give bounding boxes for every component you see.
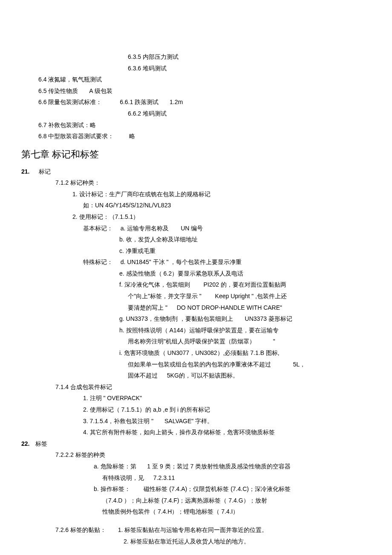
text: 2. 标签应贴在靠近托运人及收货人地址的地方。: [124, 538, 250, 545]
text: UN 编号: [181, 225, 203, 232]
text: Keep Upright " ,包装件上还: [215, 293, 287, 299]
text: 略: [129, 133, 135, 139]
text: c. 净重或毛重: [119, 247, 156, 254]
text: UN3373 菱形标记: [245, 315, 292, 322]
text: 固体不超过: [128, 372, 158, 379]
text: 特殊标记：: [83, 259, 113, 265]
text-line: 固体不超过 5KG的，可以不贴该图标。: [38, 370, 354, 381]
text: 6.3.6 堆码测试: [128, 65, 167, 72]
section-number: 22.: [21, 440, 29, 447]
text: PI202 的，要在对面位置黏贴两: [203, 281, 286, 288]
text: a. 危险标签：第: [94, 463, 136, 470]
text: 7.2.2.2 标签的种类: [55, 451, 105, 458]
text: 用名称旁注明"机组人员呼吸保护装置（防烟罩）: [128, 338, 255, 345]
text: d. UN1845" 干冰 " ，每个包装件上要显示净重: [121, 259, 242, 265]
text: 1. 标签应黏贴在与运输专用名称在同一面并靠近的位置。: [118, 526, 268, 533]
text-line: 特殊标记： d. UN1845" 干冰 " ，每个包装件上要显示净重: [38, 256, 354, 268]
text-line: 6.3.5 内部压力测试: [38, 51, 354, 63]
text: 要清楚的写上 ": [128, 304, 167, 311]
text: 性物质例外包装件（ 7.4.H）；锂电池标签（ 7.4.I）: [102, 508, 239, 515]
text: h. 按照特殊说明（ A144）运输呼吸保护装置是，要在运输专: [119, 327, 279, 334]
text: （7.4.D ）；向上标签 (7.4.F)；远离热源标签（ 7.4.G）；放射: [102, 497, 267, 504]
text: 4. 其它所有附件标签，如向上箭头，操作及存储标签，危害环境物质标签: [83, 429, 275, 436]
text: 7.2.3.11: [153, 474, 175, 481]
text-line: 7.2.6 标签的黏贴： 1. 标签应黏贴在与运输专用名称在同一面并靠近的位置。: [38, 524, 354, 536]
text-line: c. 净重或毛重: [38, 245, 354, 257]
text-line: 2. 使用标记：（7.1.5.1）: [38, 211, 354, 223]
text-line: 6.7 补救包装测试：略: [38, 119, 354, 131]
text: 7.2.6 标签的黏贴：: [55, 526, 106, 533]
section-title: 标记: [39, 168, 51, 175]
text-line: g. UN3373，生物制剂 ，要黏贴包装细则上 UN3373 菱形标记: [38, 313, 354, 325]
text: i. 危害环境物质（ UN3077，UN3082）,必须黏贴 7.1.B 图标,: [119, 349, 280, 356]
chapter-heading: 第七章 标记和标签: [21, 145, 354, 163]
text: 6.5 传染性物质: [38, 87, 78, 94]
text-line: 6.4 液氮罐，氧气瓶测试: [38, 74, 354, 85]
text: 7.1.2 标记种类：: [55, 179, 100, 186]
text: 6.7 补救包装测试：略: [38, 122, 96, 128]
text-line: b. 操作标签： 磁性标签 (7.4.A)；仅限货机标签 (7.4.C)；深冷液…: [38, 483, 354, 495]
text-line: f. 深冷液化气体，包装细则 PI202 的，要在对面位置黏贴两: [38, 279, 354, 291]
text-line: 有特殊说明，见 7.2.3.11: [38, 472, 354, 484]
text: 但如果单一包装或组合包装的内包装的净重液体不超过: [128, 361, 271, 368]
section-number: 21.: [21, 168, 29, 175]
text-line: 但如果单一包装或组合包装的内包装的净重液体不超过 5L，: [38, 359, 354, 370]
text: 1 至 9 类；装过 7 类放射性物质及感染性物质的空容器: [147, 463, 291, 470]
text-line: 个"向上"标签，并文字显示 " Keep Upright " ,包装件上还: [38, 291, 354, 302]
text-line: 2. 标签应贴在靠近托运人及收货人地址的地方。: [38, 536, 354, 547]
text-line: 如：UN 4G/Y145/S/12/NL/VL823: [38, 200, 354, 211]
document-page: 6.3.5 内部压力测试 6.3.6 堆码测试 6.4 液氮罐，氧气瓶测试 6.…: [0, 0, 392, 555]
text-line: 6.5 传染性物质 A 级包装: [38, 85, 354, 97]
section-title: 标签: [35, 440, 47, 447]
text-line: 要清楚的写上 " DO NOT DROP-HANDLE WITH CARE": [38, 302, 354, 314]
text-line: 1. 设计标记：生产厂商印在或铣在包装上的规格标记: [38, 189, 354, 200]
text: b. 收，发货人全称及详细地址: [119, 236, 198, 243]
text: A 级包装: [89, 87, 112, 94]
heading-text: 第七章 标记和标签: [21, 149, 99, 160]
text-line: e. 感染性物质（ 6.2）要显示紧急联系人及电话: [38, 268, 354, 279]
text-line: 6.8 中型散装容器测试要求： 略: [38, 131, 354, 142]
text: 7.1.4 合成包装件标记: [55, 384, 112, 390]
text: 6.4 液氮罐，氧气瓶测试: [38, 76, 102, 83]
text: 有特殊说明，见: [102, 474, 144, 481]
text: 6.8 中型散装容器测试要求：: [38, 133, 114, 139]
text: 1. 注明 " OVERPACK": [83, 395, 142, 401]
text-line: （7.4.D ）；向上标签 (7.4.F)；远离热源标签（ 7.4.G）；放射: [38, 495, 354, 506]
text: SALVAGE" 字样。: [164, 418, 213, 424]
text-line: b. 收，发货人全称及详细地址: [38, 234, 354, 245]
text: 6.6 限量包装测试标准：: [38, 99, 102, 105]
text-line: 用名称旁注明"机组人员呼吸保护装置（防烟罩） ": [38, 336, 354, 347]
text: 6.6.1 跌落测试: [120, 99, 159, 105]
text-line: 性物质例外包装件（ 7.4.H）；锂电池标签（ 7.4.I）: [38, 506, 354, 517]
text: 2. 使用标记：（7.1.5.1）: [72, 213, 139, 220]
text: 1.2m: [170, 99, 183, 105]
text-line: a. 危险标签：第 1 至 9 类；装过 7 类放射性物质及感染性物质的空容器: [38, 461, 354, 472]
text-line: 4. 其它所有附件标签，如向上箭头，操作及存储标签，危害环境物质标签: [38, 427, 354, 438]
text: 基本标记：: [83, 225, 113, 232]
text-line: 6.6 限量包装测试标准： 6.6.1 跌落测试 1.2m: [38, 96, 354, 108]
text: b. 操作标签：: [94, 485, 130, 492]
text: 6.6.2 堆码测试: [128, 110, 167, 117]
text: ": [273, 338, 275, 345]
text: 如：UN 4G/Y145/S/12/NL/VL823: [83, 202, 171, 209]
text: 磁性标签 (7.4.A)；仅限货机标签 (7.4.C)；深冷液化标签: [144, 485, 291, 492]
text: 2. 使用标记（ 7.1.5.1）的 a,b ,e 到 i 的所有标记: [83, 406, 210, 413]
text: 5L，: [293, 361, 306, 368]
text-line: 6.3.6 堆码测试: [38, 63, 354, 74]
text-line: i. 危害环境物质（ UN3077，UN3082）,必须黏贴 7.1.B 图标,: [38, 347, 354, 359]
text-line: h. 按照特殊说明（ A144）运输呼吸保护装置是，要在运输专: [38, 325, 354, 336]
text-line: 3. 7.1.5.4，补救包装注明 " SALVAGE" 字样。: [38, 416, 354, 427]
text: 个"向上"标签，并文字显示 ": [128, 293, 202, 299]
text: DO NOT DROP-HANDLE WITH CARE": [177, 304, 282, 311]
text: g. UN3373，生物制剂 ，要黏贴包装细则上: [119, 315, 233, 322]
text-line: 基本标记： a. 运输专用名称及 UN 编号: [38, 223, 354, 234]
text: f. 深冷液化气体，包装细则: [119, 281, 190, 288]
text-line: 6.6.2 堆码测试: [38, 108, 354, 119]
text-line: 7.2.2.2 标签的种类: [38, 449, 354, 461]
text: 5KG的，可以不贴该图标。: [167, 372, 239, 379]
text: e. 感染性物质（ 6.2）要显示紧急联系人及电话: [119, 270, 243, 277]
text-line: 1. 注明 " OVERPACK": [38, 392, 354, 404]
text-line: 7.1.2 标记种类：: [38, 177, 354, 189]
text: 6.3.5 内部压力测试: [128, 53, 179, 60]
text: a. 运输专用名称及: [121, 225, 169, 232]
